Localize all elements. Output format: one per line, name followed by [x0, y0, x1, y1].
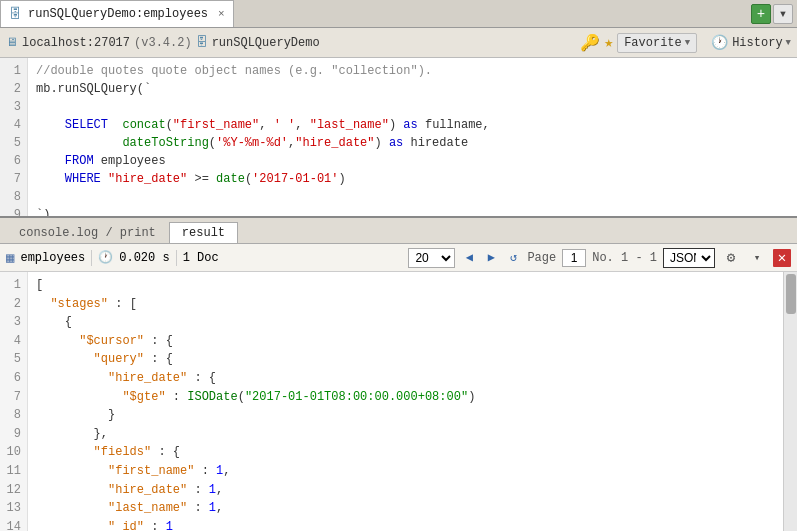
- version-text: (v3.4.2): [134, 36, 192, 50]
- refresh-btn[interactable]: ↺: [505, 250, 521, 266]
- doc-count: 1 Doc: [183, 251, 219, 265]
- result-scrollbar[interactable]: [783, 272, 797, 531]
- result-sep1: [91, 250, 92, 266]
- clock-icon: 🕐: [711, 34, 728, 51]
- collection-name: employees: [20, 251, 85, 265]
- result-toolbar: ▦ employees 🕐 0.020 s 1 Doc 20 50 100 ◀ …: [0, 244, 797, 272]
- editor-content[interactable]: //double quotes quote object names (e.g.…: [28, 58, 797, 216]
- favorite-dropdown-arrow: ▼: [685, 38, 690, 48]
- format-select[interactable]: JSON Table Tree: [663, 248, 715, 268]
- tabs-row: console.log / print result: [0, 218, 797, 244]
- page-number-input[interactable]: [562, 249, 586, 267]
- toolbar: 🖥 localhost:27017 (v3.4.2) 🗄 runSQLQuery…: [0, 28, 797, 58]
- tab-close-btn[interactable]: ×: [218, 8, 225, 20]
- settings-btn[interactable]: ⚙: [721, 248, 741, 268]
- history-btn[interactable]: History ▼: [732, 36, 791, 50]
- page-label: Page: [527, 251, 556, 265]
- add-tab-btn[interactable]: +: [751, 4, 771, 24]
- history-dropdown-arrow: ▼: [786, 38, 791, 48]
- editor-line-numbers: 1 2 3 4 5 6 7 8 9 10: [0, 58, 28, 216]
- tab-result[interactable]: result: [169, 222, 238, 243]
- more-btn[interactable]: ▾: [747, 248, 767, 268]
- code-editor: 1 2 3 4 5 6 7 8 9 10 //double quotes quo…: [0, 58, 797, 218]
- page-size-select[interactable]: 20 50 100: [408, 248, 455, 268]
- star-icon: ★: [604, 33, 613, 52]
- no-label: No. 1 - 1: [592, 251, 657, 265]
- tab-console-log[interactable]: console.log / print: [6, 222, 169, 243]
- host-icon: 🖥: [6, 35, 18, 50]
- db-label: runSQLQueryDemo: [212, 36, 320, 50]
- title-bar: 🗄 runSQLQueryDemo:employees × + ▾: [0, 0, 797, 28]
- tab-label: runSQLQueryDemo:employees: [28, 7, 208, 21]
- host-label: localhost:27017 (v3.4.2): [22, 36, 192, 50]
- result-line-numbers: 12345 678910 1112131415 161718: [0, 272, 28, 531]
- time-icon: 🕐: [98, 250, 113, 265]
- close-result-btn[interactable]: ✕: [773, 249, 791, 267]
- host-text: localhost:27017: [22, 36, 130, 50]
- tab-dropdown-btn[interactable]: ▾: [773, 4, 793, 24]
- query-time: 0.020 s: [119, 251, 169, 265]
- bottom-panel: console.log / print result ▦ employees 🕐…: [0, 218, 797, 531]
- next-page-btn[interactable]: ▶: [483, 250, 499, 266]
- active-tab[interactable]: 🗄 runSQLQueryDemo:employees ×: [0, 0, 234, 27]
- prev-page-btn[interactable]: ◀: [461, 250, 477, 266]
- result-json[interactable]: [ "stages" : [ { "$cursor" : { "query" :…: [28, 272, 783, 531]
- table-icon: ▦: [6, 249, 14, 266]
- scrollbar-thumb[interactable]: [786, 274, 796, 314]
- result-sep2: [176, 250, 177, 266]
- db-icon2: 🗄: [196, 35, 208, 50]
- tab-console-label: console.log / print: [19, 226, 156, 240]
- result-content: 12345 678910 1112131415 161718 [ "stages…: [0, 272, 797, 531]
- favorite-label: Favorite: [624, 36, 682, 50]
- tab-result-label: result: [182, 226, 225, 240]
- favorite-btn[interactable]: Favorite ▼: [617, 33, 697, 53]
- title-bar-right: + ▾: [751, 0, 797, 27]
- key-icon: 🔑: [580, 33, 600, 53]
- history-label: History: [732, 36, 782, 50]
- db-icon: 🗄: [9, 7, 22, 22]
